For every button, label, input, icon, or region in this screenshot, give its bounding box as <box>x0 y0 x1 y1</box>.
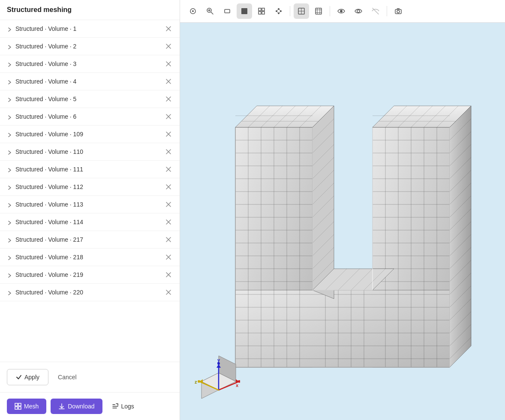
viewport: x y z <box>180 23 505 420</box>
volume-label: Structured · Volume · 219 <box>15 271 164 278</box>
toolbar-btn-wire[interactable] <box>254 3 269 19</box>
list-item[interactable]: Structured · Volume · 1 <box>0 20 180 38</box>
zoom-icon <box>206 7 214 15</box>
grid2-icon <box>315 7 322 15</box>
svg-line-25 <box>279 9 281 11</box>
delete-icon[interactable] <box>164 218 173 226</box>
list-item[interactable]: Structured · Volume · 112 <box>0 178 180 196</box>
svg-line-11 <box>211 12 213 14</box>
eye1-icon <box>337 7 345 15</box>
rect-icon <box>223 7 231 15</box>
delete-icon[interactable] <box>164 183 173 191</box>
delete-icon[interactable] <box>164 24 173 33</box>
delete-icon[interactable] <box>164 77 173 86</box>
bottom-bar: Mesh Download Logs <box>0 392 180 420</box>
list-item[interactable]: Structured · Volume · 6 <box>0 108 180 126</box>
volume-label: Structured · Volume · 5 <box>15 96 164 102</box>
mesh-button[interactable]: Mesh <box>7 399 46 414</box>
list-item[interactable]: Structured · Volume · 217 <box>0 231 180 249</box>
toolbar-btn-cursor[interactable] <box>185 3 201 19</box>
toolbar-btn-grid1[interactable] <box>294 3 309 19</box>
delete-icon[interactable] <box>164 253 173 261</box>
toolbar-btn-eye2[interactable] <box>351 3 366 19</box>
svg-point-36 <box>340 10 343 12</box>
svg-rect-16 <box>259 8 261 11</box>
volume-label: Structured · Volume · 217 <box>15 236 164 243</box>
cancel-button[interactable]: Cancel <box>53 369 82 385</box>
chevron-right-icon <box>7 237 12 242</box>
delete-icon[interactable] <box>164 165 173 174</box>
panel-title: Structured meshing <box>0 0 180 20</box>
camera-icon <box>394 7 402 15</box>
list-item[interactable]: Structured · Volume · 109 <box>0 126 180 143</box>
delete-icon[interactable] <box>164 112 173 121</box>
list-item[interactable]: Structured · Volume · 114 <box>0 213 180 231</box>
chevron-right-icon <box>7 44 12 49</box>
actions-bar: Apply Cancel <box>0 362 180 392</box>
list-item[interactable]: Structured · Volume · 4 <box>0 73 180 90</box>
toolbar-btn-camera[interactable] <box>391 3 406 19</box>
delete-icon[interactable] <box>164 288 173 297</box>
toolbar-separator <box>330 6 330 16</box>
volume-label: Structured · Volume · 112 <box>15 183 164 190</box>
volume-label: Structured · Volume · 4 <box>15 78 164 85</box>
list-item[interactable]: Structured · Volume · 111 <box>0 161 180 178</box>
svg-marker-103 <box>450 106 471 367</box>
delete-icon[interactable] <box>164 270 173 279</box>
chevron-right-icon <box>7 149 12 154</box>
volume-label: Structured · Volume · 220 <box>15 289 164 296</box>
delete-icon[interactable] <box>164 60 173 68</box>
logs-button[interactable]: Logs <box>107 399 139 414</box>
delete-icon[interactable] <box>164 130 173 138</box>
svg-text:z: z <box>195 379 197 384</box>
svg-point-159 <box>217 362 220 365</box>
toolbar-btn-node[interactable] <box>271 3 286 19</box>
chevron-right-icon <box>7 26 12 31</box>
list-item[interactable]: Structured · Volume · 219 <box>0 266 180 284</box>
list-item[interactable]: Structured · Volume · 110 <box>0 143 180 161</box>
volume-list: Structured · Volume · 1Structured · Volu… <box>0 20 180 362</box>
volume-label: Structured · Volume · 109 <box>15 131 164 138</box>
list-item[interactable]: Structured · Volume · 218 <box>0 249 180 266</box>
toolbar-btn-rect[interactable] <box>219 3 235 19</box>
svg-text:x: x <box>236 383 239 388</box>
toolbar-btn-solid[interactable] <box>237 3 252 19</box>
apply-button[interactable]: Apply <box>7 369 48 385</box>
volume-label: Structured · Volume · 1 <box>15 25 164 32</box>
download-button[interactable]: Download <box>51 399 102 414</box>
toolbar-btn-eye3[interactable] <box>368 3 383 19</box>
volume-label: Structured · Volume · 110 <box>15 148 164 155</box>
delete-icon[interactable] <box>164 95 173 103</box>
chevron-right-icon <box>7 132 12 137</box>
svg-line-27 <box>277 11 279 13</box>
volume-label: Structured · Volume · 2 <box>15 43 164 50</box>
check-icon <box>16 374 22 380</box>
list-item[interactable]: Structured · Volume · 2 <box>0 38 180 55</box>
left-panel: Structured meshing Structured · Volume ·… <box>0 0 180 420</box>
list-item[interactable]: Structured · Volume · 5 <box>0 90 180 108</box>
toolbar-btn-grid2[interactable] <box>311 3 326 19</box>
chevron-right-icon <box>7 79 12 84</box>
node-icon <box>275 7 283 15</box>
chevron-right-icon <box>7 114 12 119</box>
svg-rect-1 <box>18 403 21 406</box>
grid1-icon <box>298 7 305 15</box>
svg-rect-14 <box>225 9 230 13</box>
logs-icon <box>112 403 119 410</box>
chevron-right-icon <box>7 184 12 189</box>
toolbar-btn-eye1[interactable] <box>334 3 349 19</box>
delete-icon[interactable] <box>164 235 173 244</box>
solid-icon <box>240 7 248 15</box>
eye3-icon <box>372 7 379 15</box>
axis-cube-svg: x y z <box>193 356 240 403</box>
svg-line-26 <box>279 11 281 13</box>
list-item[interactable]: Structured · Volume · 113 <box>0 196 180 213</box>
axis-indicator: x y z <box>193 356 240 403</box>
delete-icon[interactable] <box>164 42 173 51</box>
toolbar-btn-zoom[interactable] <box>202 3 218 19</box>
delete-icon[interactable] <box>164 200 173 209</box>
mesh-icon <box>15 403 21 410</box>
delete-icon[interactable] <box>164 147 173 156</box>
list-item[interactable]: Structured · Volume · 3 <box>0 55 180 73</box>
list-item[interactable]: Structured · Volume · 220 <box>0 284 180 301</box>
